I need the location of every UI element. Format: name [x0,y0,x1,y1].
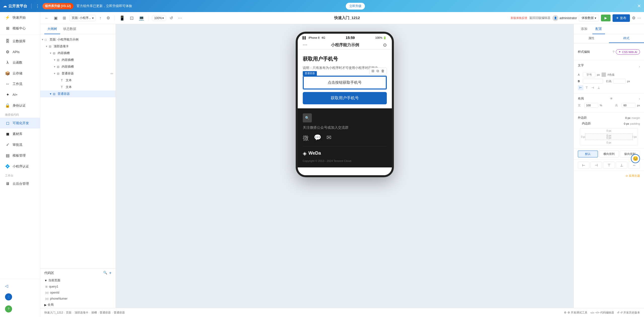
font-size-input[interactable] [583,72,595,77]
toolbar-ellipsis-btn[interactable]: ⋯ [637,16,641,20]
breadcrumb-top-tabs[interactable]: 顶部选项卡 [74,311,88,314]
sidebar-item-functions[interactable]: λ 云函数 [0,57,40,68]
footer-message-icon[interactable]: ✉ [326,134,331,142]
typography-arrow[interactable]: › [639,65,640,68]
chat-widget[interactable]: 😊 [631,154,640,163]
tab-state-data[interactable]: 状态数据 [60,24,79,34]
align-icon-2[interactable]: ⊣ [590,162,602,169]
footer-chat-icon[interactable]: 💬 [314,134,321,142]
code-search-btn[interactable]: 🔍 [103,271,107,275]
breadcrumb-slot[interactable]: 插槽 [91,311,97,314]
upgrade-button[interactable]: 立即升级 [346,3,365,10]
sidebar-item-auth[interactable]: 🔒 身份认证 [0,100,40,111]
sidebar-item-apis[interactable]: ⚙ APIs [0,47,40,57]
color-swatch[interactable] [601,72,606,77]
close-button[interactable]: ✕ [637,3,641,9]
arrangement-horizontal-btn[interactable]: 横向排列 [599,151,619,157]
code-item-openid[interactable]: {x} openId [40,290,116,296]
device-desktop-btn[interactable]: 💻 [137,14,146,22]
tree-item-container-1[interactable]: ▼ ⊟ 普通容器 ✏ [40,70,116,77]
prop-tab-style[interactable]: 样式 [609,34,644,43]
sidebar-item-ai[interactable]: ✦ AI+ [0,89,40,100]
align-icon-4[interactable]: ⊥ [616,162,627,169]
align-justify-btn[interactable]: ⊥ [596,85,601,90]
code-add-btn[interactable]: + [109,271,111,275]
tree-item-text-2[interactable]: T 文本 [40,84,116,90]
export-btn[interactable]: ↑ [98,15,103,21]
footer-wechat-icon[interactable]: 微 [303,134,309,142]
page-settings-btn[interactable]: ⚙ [105,15,111,21]
tree-item-page[interactable]: ▼ □ 页面: 小程序能力示例 ⚙ 🔍 [40,36,116,43]
old-version-btn[interactable]: 返回旧版编辑器 [529,16,550,20]
code-editor-btn[interactable]: </> </> 代码编辑器 [590,311,614,314]
font-bold-input[interactable] [583,79,603,84]
tab-outline[interactable]: 大纲树 [44,24,60,34]
code-item-phonenumber[interactable]: {x} phoneNumer [40,296,116,302]
tree-item-text-1[interactable]: T 文本 [40,77,116,84]
edit-pen-icon[interactable]: ✏ [110,72,113,76]
sidebar-item-visual-dev[interactable]: ◻ 可视化开发 [0,118,40,128]
page-view-2-btn[interactable]: ⊞ [61,15,67,21]
align-icon-1[interactable]: ⊢ [578,162,589,169]
user-info[interactable]: 👤 administrator [552,15,577,21]
experience-data-btn[interactable]: 体验数据 ▾ [579,15,599,21]
sidebar-help-avatar[interactable]: ? [0,303,40,315]
phone-input-box[interactable]: 点击按钮获取手机号 [303,76,386,89]
tree-item-slot-2[interactable]: ▼ ⊟ 内容插槽 [40,57,116,63]
publish-button[interactable]: ✈ 发布 [613,14,630,22]
history-btn[interactable]: ↺ ↺ 开发历史版本 [617,311,640,314]
tree-search-icon[interactable]: 🔍 [110,38,113,41]
layout-arrow[interactable]: › [639,97,640,101]
css-ai-button[interactable]: ✦ CSS With AI [616,49,640,55]
action-copy-icon[interactable]: ⊞ [371,69,374,73]
height-input[interactable] [622,103,635,108]
sidebar-item-approval[interactable]: ✓ 审批流 [0,139,40,150]
breadcrumb-page[interactable]: 页面 [66,311,71,314]
prop-tab-attrs[interactable]: 属性 [574,34,609,43]
sidebar-item-database[interactable]: 🗄 云数据库 [0,36,40,47]
menu-icon[interactable]: ⋮ [35,4,40,9]
style-help-icon[interactable]: ? [613,50,614,54]
width-input[interactable] [584,103,598,108]
action-delete-icon[interactable]: 🗑 [381,69,385,73]
sidebar-item-template-mgmt[interactable]: ▤ 模板管理 [0,150,40,161]
sidebar-item-materials[interactable]: ◼ 素材库 [0,128,40,139]
run-button[interactable]: ▶ [601,15,611,21]
settings-gear-btn[interactable]: ⚙ [632,16,635,20]
bold-label[interactable]: B [578,80,581,83]
tab-add[interactable]: 添加 [578,24,590,34]
toolbar-more-btn[interactable]: ⋯ [176,15,183,21]
tree-item-top-tabs[interactable]: ▼ ⊟ 顶部选项卡 [40,43,116,50]
line-height-input[interactable] [613,79,626,84]
align-icon-3[interactable]: ⊤ [603,162,615,169]
sidebar-item-quick-start[interactable]: ⚡ 快速开始 [0,12,40,23]
sidebar-item-workflow[interactable]: ↔ 工作流 [0,79,40,89]
breadcrumb-project[interactable]: 快速入门_1212 [44,311,63,314]
sidebar-item-template[interactable]: ⊞ 模板中心 [0,23,40,34]
align-left-btn[interactable]: ⊢ [578,85,583,90]
apply-theme-btn[interactable]: ⊙ 应用主题 [626,174,640,178]
zoom-selector[interactable]: 100% ▾ [152,15,166,21]
back-button[interactable]: ← [43,15,50,21]
global-section[interactable]: ▶ 全局 [40,302,58,308]
tree-settings-icon[interactable]: ⚙ [106,38,109,41]
sidebar-item-storage[interactable]: 📦 云存储 [0,68,40,79]
sidebar-item-cloud-console[interactable]: 🖥 云后台管理 [0,178,40,189]
current-page-section[interactable]: ▼ 当前页面 [40,277,64,284]
new-experience-badge[interactable]: 新版体验反馈 [511,16,527,20]
tree-item-slot-1[interactable]: ▼ ⊟ 内容插槽 [40,50,116,57]
phone-container-box[interactable]: 点击按钮获取手机号 [303,76,387,89]
sidebar-collapse-btn[interactable]: ◁ [0,281,40,291]
arrangement-default-btn[interactable]: 默认 [578,151,598,157]
device-tablet-btn[interactable]: ⊡ [128,14,135,22]
debug-tool-btn[interactable]: ⚙ ⚙ 开发调试工具 [564,311,587,314]
tree-item-slot-3[interactable]: ▼ ⊟ 内容插槽 [40,63,116,70]
code-item-query1[interactable]: ⊞ query1 [40,284,116,290]
sidebar-user-avatar[interactable]: 👤 [0,291,40,303]
layout-eye-icon[interactable]: 👁 [610,97,613,101]
action-duplicate-icon[interactable]: ⧉ [376,69,379,73]
page-view-1-btn[interactable]: ▣ [52,15,59,21]
tab-config[interactable]: 配置 [592,24,605,34]
breadcrumb-container-2[interactable]: 普通容器 [114,311,125,314]
device-mobile-btn[interactable]: 📱 [118,14,126,22]
